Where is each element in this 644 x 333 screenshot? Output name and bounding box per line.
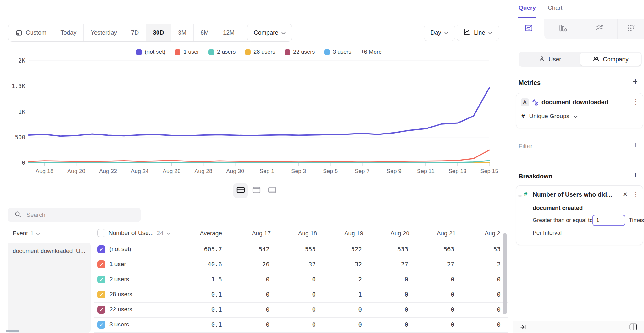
filter-heading: Filter: [519, 143, 532, 150]
search-input[interactable]: [26, 211, 121, 219]
x-axis-label: Sep 1: [259, 168, 274, 174]
value-cell: 1: [324, 291, 362, 298]
average-column-header: Average: [178, 230, 222, 237]
layout-top-toggle[interactable]: [249, 183, 264, 198]
x-axis-label: Aug 24: [131, 168, 149, 174]
range-3m[interactable]: 3M: [171, 24, 193, 41]
line-tab-icon: [525, 24, 533, 34]
row-checkbox[interactable]: ✓: [97, 260, 105, 268]
line-chart-icon: [463, 28, 471, 37]
row-average: 1.5: [178, 276, 222, 283]
range-30d[interactable]: 30D: [146, 24, 171, 41]
add-filter-button[interactable]: +: [633, 141, 638, 149]
metric-measure[interactable]: # Unique Groups: [521, 113, 578, 120]
panel-tab-chart[interactable]: Chart: [548, 4, 562, 15]
person-icon: [538, 55, 545, 64]
table-row[interactable]: ✓3 users0.1000000: [94, 317, 508, 333]
metric-letter-badge: A: [521, 98, 529, 106]
x-axis-label: Aug 22: [99, 168, 117, 174]
series-header-label: Number of Use...: [108, 230, 154, 237]
event-list-item[interactable]: document downloaded [U...: [8, 243, 91, 333]
split-view-icon[interactable]: [629, 323, 637, 332]
metric-card[interactable]: A document downloaded ⋮ # Unique Groups: [516, 93, 643, 128]
value-cell: 27: [417, 261, 454, 268]
value-cell: 2: [324, 276, 362, 283]
calendar-icon: [15, 29, 23, 36]
add-metric-button[interactable]: +: [633, 77, 638, 86]
row-label: 28 users: [109, 291, 132, 298]
metric-more-icon[interactable]: ⋮: [632, 98, 639, 105]
range-label: Today: [60, 29, 76, 36]
event-column-header[interactable]: Event 1: [13, 230, 40, 237]
row-checkbox[interactable]: ✓: [97, 276, 105, 283]
breakdown-more-icon[interactable]: ⋮: [632, 191, 639, 198]
value-cell: 0: [417, 321, 454, 328]
date-range-group: CustomTodayYesterday7D30D3M6M12MXTD: [8, 24, 275, 42]
per-interval-label: Per Interval: [533, 230, 562, 236]
times-value-input[interactable]: [592, 215, 625, 226]
table-row[interactable]: ✓22 users0.1000000: [94, 302, 508, 318]
chart-type-button[interactable]: Line: [457, 25, 499, 41]
line-chart: 05001K1.5K2KAug 18Aug 20Aug 22Aug 24Aug …: [0, 44, 513, 179]
range-6m[interactable]: 6M: [194, 24, 216, 41]
panel-tab-query[interactable]: Query: [519, 4, 536, 15]
value-cell: 542: [232, 246, 269, 253]
row-checkbox[interactable]: ✓: [97, 321, 105, 329]
flow-tab[interactable]: [581, 19, 617, 39]
times-unit-label: Times: [629, 217, 644, 224]
chevron-down-icon: [36, 230, 40, 237]
row-checkbox[interactable]: ✓: [97, 306, 105, 314]
group-toggle: User Company: [519, 52, 642, 67]
row-average: 0.1: [178, 321, 222, 328]
date-column-header: Aug 20: [381, 230, 419, 237]
user-toggle[interactable]: User: [519, 53, 580, 66]
row-label: 22 users: [109, 306, 132, 313]
value-cell: 0: [278, 276, 316, 283]
bar-tab[interactable]: [544, 19, 581, 39]
line-tab[interactable]: [513, 19, 544, 39]
value-cell: 32: [324, 261, 362, 268]
row-average: 40.6: [178, 261, 222, 268]
interval-button[interactable]: Day: [424, 25, 455, 41]
event-count: 1: [31, 230, 34, 237]
x-axis-label: Aug 26: [163, 168, 180, 174]
select-all-checkbox[interactable]: –: [97, 229, 105, 237]
people-icon: [592, 55, 600, 64]
range-custom[interactable]: Custom: [8, 24, 53, 41]
layout-split-icon: [236, 186, 245, 195]
collapse-panel-icon[interactable]: [520, 324, 526, 332]
range-label: 30D: [153, 29, 164, 36]
drag-handle-icon[interactable]: [518, 193, 522, 199]
search-box[interactable]: [8, 208, 141, 222]
series-line: [29, 88, 489, 136]
value-cell: 522: [324, 246, 362, 253]
table-row[interactable]: ✓1 user40.626373227272: [94, 257, 508, 272]
breakdown-card[interactable]: # Number of Users who did... ✕ ⋮ documen…: [516, 185, 643, 245]
range-today[interactable]: Today: [53, 24, 84, 41]
range-label: Custom: [26, 29, 46, 36]
add-breakdown-button[interactable]: +: [633, 171, 638, 179]
compare-button[interactable]: Compare: [247, 24, 292, 42]
table-row[interactable]: ✓(not set)605.754255552253356353: [94, 242, 508, 257]
row-checkbox[interactable]: ✓: [97, 245, 105, 253]
row-checkbox[interactable]: ✓: [97, 291, 105, 298]
vertical-scrollbar[interactable]: [503, 233, 507, 314]
series-column-header[interactable]: – Number of Use... 24: [97, 229, 170, 237]
dots-tab[interactable]: [617, 19, 644, 39]
layout-bottom-toggle[interactable]: [265, 183, 279, 198]
value-cell: 0: [370, 276, 408, 283]
range-12m[interactable]: 12M: [216, 24, 242, 41]
row-average: 0.1: [178, 291, 222, 298]
horizontal-scrollbar[interactable]: [6, 330, 19, 332]
close-icon[interactable]: ✕: [623, 191, 628, 198]
range-7d[interactable]: 7D: [124, 24, 146, 41]
layout-split-toggle[interactable]: [233, 183, 248, 198]
table-row[interactable]: ✓2 users1.5002000: [94, 272, 508, 287]
range-yesterday[interactable]: Yesterday: [84, 24, 124, 41]
value-cell: 2: [463, 261, 501, 268]
value-cell: 26: [232, 261, 269, 268]
table-row[interactable]: ✓28 users0.1001000: [94, 287, 508, 303]
x-axis-label: Sep 5: [323, 168, 338, 174]
table-header: Event 1 – Number of Use... 24 Average Au…: [0, 227, 513, 240]
company-toggle[interactable]: Company: [580, 53, 641, 66]
